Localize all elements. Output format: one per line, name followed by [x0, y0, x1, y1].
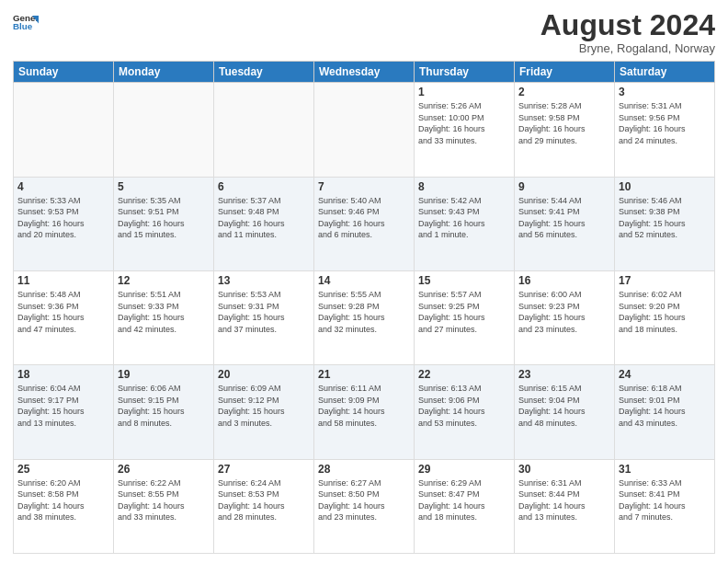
day-info: Sunrise: 5:33 AM Sunset: 9:53 PM Dayligh… [17, 195, 109, 241]
day-number: 16 [518, 274, 610, 287]
day-number: 3 [619, 86, 711, 98]
col-tuesday: Tuesday [214, 62, 314, 83]
table-row: 4Sunrise: 5:33 AM Sunset: 9:53 PM Daylig… [14, 177, 114, 270]
day-info: Sunrise: 6:33 AM Sunset: 8:41 PM Dayligh… [619, 477, 711, 523]
day-info: Sunrise: 6:15 AM Sunset: 9:04 PM Dayligh… [518, 383, 610, 429]
table-row: 16Sunrise: 6:00 AM Sunset: 9:23 PM Dayli… [515, 270, 615, 364]
calendar-week-1: 1Sunrise: 5:26 AM Sunset: 10:00 PM Dayli… [14, 83, 715, 177]
day-info: Sunrise: 5:35 AM Sunset: 9:51 PM Dayligh… [118, 195, 210, 241]
day-number: 25 [17, 463, 109, 476]
table-row: 9Sunrise: 5:44 AM Sunset: 9:41 PM Daylig… [515, 177, 615, 270]
day-number: 30 [518, 463, 610, 476]
day-number: 20 [218, 368, 310, 381]
day-info: Sunrise: 6:04 AM Sunset: 9:17 PM Dayligh… [17, 383, 109, 429]
day-info: Sunrise: 5:42 AM Sunset: 9:43 PM Dayligh… [418, 195, 510, 241]
table-row: 11Sunrise: 5:48 AM Sunset: 9:36 PM Dayli… [14, 270, 114, 364]
table-row: 19Sunrise: 6:06 AM Sunset: 9:15 PM Dayli… [114, 365, 214, 459]
day-number: 22 [418, 368, 510, 381]
day-number: 13 [218, 274, 310, 287]
day-info: Sunrise: 6:09 AM Sunset: 9:12 PM Dayligh… [218, 383, 310, 429]
day-info: Sunrise: 6:11 AM Sunset: 9:09 PM Dayligh… [318, 383, 410, 429]
table-row: 5Sunrise: 5:35 AM Sunset: 9:51 PM Daylig… [114, 177, 214, 270]
table-row: 22Sunrise: 6:13 AM Sunset: 9:06 PM Dayli… [415, 365, 515, 459]
day-info: Sunrise: 5:31 AM Sunset: 9:56 PM Dayligh… [619, 100, 711, 146]
day-number: 14 [318, 274, 410, 287]
calendar-week-2: 4Sunrise: 5:33 AM Sunset: 9:53 PM Daylig… [14, 177, 715, 270]
day-info: Sunrise: 6:02 AM Sunset: 9:20 PM Dayligh… [619, 289, 711, 335]
table-row: 13Sunrise: 5:53 AM Sunset: 9:31 PM Dayli… [214, 270, 314, 364]
day-info: Sunrise: 5:28 AM Sunset: 9:58 PM Dayligh… [518, 100, 610, 146]
day-info: Sunrise: 6:06 AM Sunset: 9:15 PM Dayligh… [118, 383, 210, 429]
day-number: 26 [118, 463, 210, 476]
day-info: Sunrise: 5:26 AM Sunset: 10:00 PM Daylig… [418, 100, 510, 146]
calendar-week-5: 25Sunrise: 6:20 AM Sunset: 8:58 PM Dayli… [14, 459, 715, 553]
table-row: 20Sunrise: 6:09 AM Sunset: 9:12 PM Dayli… [214, 365, 314, 459]
day-number: 31 [619, 463, 711, 476]
day-info: Sunrise: 5:51 AM Sunset: 9:33 PM Dayligh… [118, 289, 210, 335]
table-row: 23Sunrise: 6:15 AM Sunset: 9:04 PM Dayli… [515, 365, 615, 459]
day-number: 5 [118, 180, 210, 193]
day-number: 10 [619, 180, 711, 193]
day-number: 4 [17, 180, 109, 193]
table-row: 1Sunrise: 5:26 AM Sunset: 10:00 PM Dayli… [415, 83, 515, 177]
table-row: 24Sunrise: 6:18 AM Sunset: 9:01 PM Dayli… [615, 365, 715, 459]
day-info: Sunrise: 6:22 AM Sunset: 8:55 PM Dayligh… [118, 477, 210, 523]
table-row [214, 83, 314, 177]
day-number: 29 [418, 463, 510, 476]
day-info: Sunrise: 5:48 AM Sunset: 9:36 PM Dayligh… [17, 289, 109, 335]
table-row: 12Sunrise: 5:51 AM Sunset: 9:33 PM Dayli… [114, 270, 214, 364]
day-info: Sunrise: 6:00 AM Sunset: 9:23 PM Dayligh… [518, 289, 610, 335]
table-row: 29Sunrise: 6:29 AM Sunset: 8:47 PM Dayli… [415, 459, 515, 553]
calendar-table: Sunday Monday Tuesday Wednesday Thursday… [13, 61, 715, 554]
table-row: 30Sunrise: 6:31 AM Sunset: 8:44 PM Dayli… [515, 459, 615, 553]
day-info: Sunrise: 5:53 AM Sunset: 9:31 PM Dayligh… [218, 289, 310, 335]
month-title: August 2024 [540, 9, 715, 41]
day-number: 24 [619, 368, 711, 381]
day-number: 23 [518, 368, 610, 381]
day-number: 7 [318, 180, 410, 193]
generalblue-logo-icon: General Blue [13, 9, 39, 35]
day-number: 9 [518, 180, 610, 193]
day-info: Sunrise: 6:31 AM Sunset: 8:44 PM Dayligh… [518, 477, 610, 523]
day-info: Sunrise: 6:20 AM Sunset: 8:58 PM Dayligh… [17, 477, 109, 523]
day-number: 19 [118, 368, 210, 381]
day-info: Sunrise: 5:55 AM Sunset: 9:28 PM Dayligh… [318, 289, 410, 335]
col-wednesday: Wednesday [314, 62, 415, 83]
table-row [114, 83, 214, 177]
table-row: 3Sunrise: 5:31 AM Sunset: 9:56 PM Daylig… [615, 83, 715, 177]
day-number: 8 [418, 180, 510, 193]
day-number: 12 [118, 274, 210, 287]
table-row: 10Sunrise: 5:46 AM Sunset: 9:38 PM Dayli… [615, 177, 715, 270]
table-row: 21Sunrise: 6:11 AM Sunset: 9:09 PM Dayli… [314, 365, 415, 459]
calendar-week-4: 18Sunrise: 6:04 AM Sunset: 9:17 PM Dayli… [14, 365, 715, 459]
day-info: Sunrise: 5:46 AM Sunset: 9:38 PM Dayligh… [619, 195, 711, 241]
table-row [14, 83, 114, 177]
day-number: 1 [418, 86, 510, 98]
calendar-week-3: 11Sunrise: 5:48 AM Sunset: 9:36 PM Dayli… [14, 270, 715, 364]
day-info: Sunrise: 6:29 AM Sunset: 8:47 PM Dayligh… [418, 477, 510, 523]
day-number: 15 [418, 274, 510, 287]
table-row: 17Sunrise: 6:02 AM Sunset: 9:20 PM Dayli… [615, 270, 715, 364]
day-number: 21 [318, 368, 410, 381]
col-sunday: Sunday [14, 62, 114, 83]
col-friday: Friday [515, 62, 615, 83]
day-number: 28 [318, 463, 410, 476]
table-row: 6Sunrise: 5:37 AM Sunset: 9:48 PM Daylig… [214, 177, 314, 270]
day-info: Sunrise: 6:27 AM Sunset: 8:50 PM Dayligh… [318, 477, 410, 523]
day-info: Sunrise: 5:57 AM Sunset: 9:25 PM Dayligh… [418, 289, 510, 335]
table-row: 28Sunrise: 6:27 AM Sunset: 8:50 PM Dayli… [314, 459, 415, 553]
table-row: 7Sunrise: 5:40 AM Sunset: 9:46 PM Daylig… [314, 177, 415, 270]
day-info: Sunrise: 6:13 AM Sunset: 9:06 PM Dayligh… [418, 383, 510, 429]
title-block: August 2024 Bryne, Rogaland, Norway [540, 9, 715, 55]
col-thursday: Thursday [415, 62, 515, 83]
table-row: 8Sunrise: 5:42 AM Sunset: 9:43 PM Daylig… [415, 177, 515, 270]
col-saturday: Saturday [615, 62, 715, 83]
location-subtitle: Bryne, Rogaland, Norway [540, 41, 715, 55]
day-number: 6 [218, 180, 310, 193]
day-info: Sunrise: 5:44 AM Sunset: 9:41 PM Dayligh… [518, 195, 610, 241]
day-number: 27 [218, 463, 310, 476]
day-number: 18 [17, 368, 109, 381]
day-number: 2 [518, 86, 610, 98]
day-info: Sunrise: 5:40 AM Sunset: 9:46 PM Dayligh… [318, 195, 410, 241]
calendar-header-row: Sunday Monday Tuesday Wednesday Thursday… [14, 62, 715, 83]
